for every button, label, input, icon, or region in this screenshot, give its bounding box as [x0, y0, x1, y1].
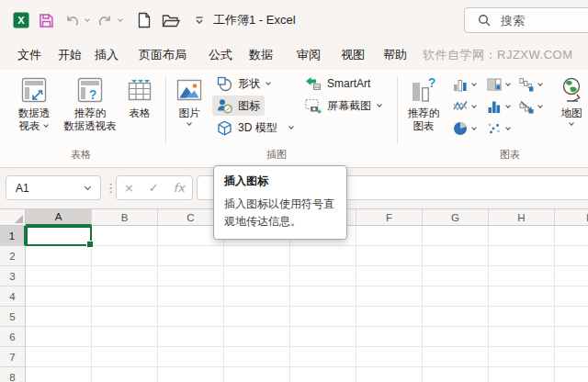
new-file-button[interactable]	[136, 11, 153, 29]
name-box[interactable]: A1	[6, 175, 101, 200]
cell-B6[interactable]	[92, 327, 158, 347]
search-input[interactable]	[499, 13, 567, 28]
cell-E7[interactable]	[290, 347, 356, 367]
cell-C8[interactable]	[158, 367, 224, 382]
cell-B2[interactable]	[92, 246, 158, 266]
cell-D3[interactable]	[224, 266, 290, 286]
shapes-button[interactable]: 形状	[212, 73, 277, 94]
table-button[interactable]: 表格	[119, 73, 160, 119]
cell-C4[interactable]	[158, 286, 224, 307]
cell-G1[interactable]	[423, 226, 489, 246]
row-header-6[interactable]: 6	[0, 327, 26, 347]
insert-scatter-chart-button[interactable]	[484, 119, 514, 138]
column-header-H[interactable]: H	[489, 209, 555, 226]
cell-F7[interactable]	[356, 347, 423, 367]
column-header-I[interactable]: I	[555, 209, 588, 226]
cell-A2[interactable]	[26, 246, 92, 266]
3d-models-button[interactable]: 3D 模型	[212, 118, 300, 138]
open-file-button[interactable]	[161, 11, 181, 29]
cell-F3[interactable]	[356, 266, 423, 286]
cell-I4[interactable]	[555, 286, 588, 307]
cell-E5[interactable]	[290, 307, 356, 327]
cell-H4[interactable]	[489, 286, 555, 307]
pictures-button[interactable]: 图片	[168, 73, 210, 128]
insert-combo-chart-button[interactable]	[516, 97, 547, 116]
redo-menu-chevron-icon[interactable]	[116, 11, 125, 29]
enter-button[interactable]: ✓	[149, 181, 159, 195]
cell-F6[interactable]	[356, 327, 423, 347]
cell-H8[interactable]	[489, 367, 555, 382]
tab-data[interactable]: 数据	[249, 40, 273, 70]
screenshot-button[interactable]: 屏幕截图	[300, 96, 388, 116]
cell-F4[interactable]	[356, 286, 423, 307]
cell-D2[interactable]	[224, 246, 290, 266]
cell-B4[interactable]	[92, 286, 158, 307]
redo-button[interactable]	[96, 11, 113, 29]
cell-A4[interactable]	[26, 286, 92, 307]
select-all-corner[interactable]	[0, 209, 26, 226]
cell-D7[interactable]	[224, 347, 290, 367]
tab-formulas[interactable]: 公式	[209, 40, 232, 70]
cell-E6[interactable]	[290, 327, 356, 347]
row-header-5[interactable]: 5	[0, 307, 26, 327]
pivottable-button[interactable]: 数据透 视表	[7, 73, 61, 132]
cell-G4[interactable]	[423, 286, 489, 307]
insert-column-chart-button[interactable]	[450, 75, 481, 94]
cell-I7[interactable]	[555, 347, 588, 367]
cell-G2[interactable]	[423, 246, 489, 266]
insert-hierarchy-chart-button[interactable]	[484, 75, 514, 94]
row-header-1[interactable]: 1	[0, 226, 26, 246]
cell-G6[interactable]	[423, 327, 489, 347]
cell-D5[interactable]	[224, 307, 290, 327]
cell-B3[interactable]	[92, 266, 158, 286]
cell-D6[interactable]	[224, 327, 290, 347]
tab-review[interactable]: 审阅	[297, 40, 321, 70]
column-header-F[interactable]: F	[356, 209, 423, 226]
tab-insert[interactable]: 插入	[95, 40, 119, 70]
cell-E4[interactable]	[290, 286, 356, 307]
cell-B1[interactable]	[92, 226, 158, 246]
cell-C7[interactable]	[158, 347, 224, 367]
undo-button[interactable]	[64, 11, 81, 29]
cell-G3[interactable]	[423, 266, 489, 286]
cell-F8[interactable]	[356, 367, 423, 382]
insert-function-button[interactable]: fx	[174, 181, 185, 195]
cell-D8[interactable]	[224, 367, 290, 382]
cell-E8[interactable]	[290, 367, 356, 382]
cell-B5[interactable]	[92, 307, 158, 327]
maps-button[interactable]: 地图	[553, 73, 588, 128]
cell-H2[interactable]	[489, 246, 555, 266]
tab-file[interactable]: 文件	[17, 40, 41, 70]
cell-A5[interactable]	[26, 307, 92, 327]
cell-A8[interactable]	[26, 367, 92, 382]
column-header-A[interactable]: A	[26, 209, 92, 226]
cell-F1[interactable]	[356, 226, 423, 246]
insert-statistic-chart-button[interactable]	[484, 97, 514, 116]
insert-waterfall-chart-button[interactable]	[516, 75, 547, 94]
insert-line-chart-button[interactable]	[450, 97, 481, 116]
cell-G7[interactable]	[423, 347, 489, 367]
cell-B7[interactable]	[92, 347, 158, 367]
row-header-7[interactable]: 7	[0, 347, 26, 367]
cell-F2[interactable]	[356, 246, 423, 266]
fill-handle[interactable]	[86, 241, 94, 248]
cell-I8[interactable]	[555, 367, 588, 382]
cell-C5[interactable]	[158, 307, 224, 327]
cell-D4[interactable]	[224, 286, 290, 307]
cell-I6[interactable]	[555, 327, 588, 347]
cell-G5[interactable]	[423, 307, 489, 327]
tab-home[interactable]: 开始	[58, 40, 82, 70]
cell-I5[interactable]	[555, 307, 588, 327]
icons-button[interactable]: 图标	[212, 96, 265, 116]
cell-A7[interactable]	[26, 347, 92, 367]
cell-I3[interactable]	[555, 266, 588, 286]
tab-page-layout[interactable]: 页面布局	[139, 40, 187, 70]
cell-H3[interactable]	[489, 266, 555, 286]
cell-A6[interactable]	[26, 327, 92, 347]
cell-H5[interactable]	[489, 307, 555, 327]
cell-I2[interactable]	[555, 246, 588, 266]
tab-help[interactable]: 帮助	[383, 40, 407, 70]
cell-C3[interactable]	[158, 266, 224, 286]
column-header-G[interactable]: G	[423, 209, 489, 226]
cell-G8[interactable]	[423, 367, 489, 382]
